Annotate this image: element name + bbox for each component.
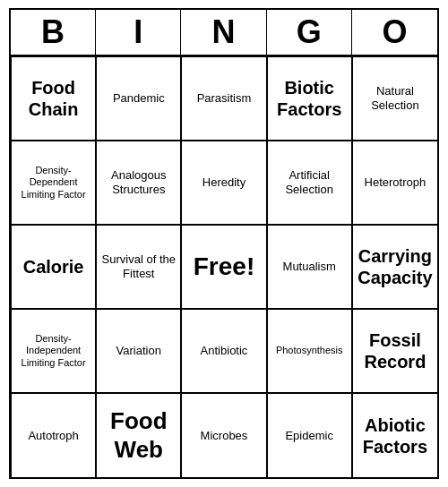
cell-label: Photosynthesis (276, 345, 343, 356)
bingo-cell: Natural Selection (352, 56, 437, 141)
cell-label: Abiotic Factors (357, 414, 434, 457)
bingo-cell: Density-Dependent Limiting Factor (11, 141, 96, 225)
bingo-cell: Antibiotic (181, 309, 266, 393)
cell-label: Density-Dependent Limiting Factor (15, 165, 91, 201)
bingo-cell: Photosynthesis (267, 309, 352, 393)
bingo-cell: Heredity (181, 141, 266, 225)
cell-label: Calorie (23, 256, 84, 278)
cell-label: Microbes (201, 429, 248, 443)
cell-label: Mutualism (283, 260, 336, 274)
bingo-cell: Survival of the Fittest (96, 225, 181, 309)
header-letter: N (181, 10, 266, 55)
cell-label: Heterotroph (365, 175, 426, 190)
header-letter: G (267, 10, 352, 55)
cell-label: Natural Selection (357, 84, 434, 112)
bingo-cell: Carrying Capacity (352, 225, 437, 309)
cell-label: Survival of the Fittest (100, 252, 177, 280)
cell-label: Fossil Record (357, 329, 434, 372)
bingo-grid: Food ChainPandemicParasitismBiotic Facto… (11, 56, 437, 477)
cell-label: Density-Independent Limiting Factor (15, 333, 91, 369)
cell-label: Antibiotic (201, 344, 248, 358)
cell-label: Parasitism (197, 91, 252, 106)
bingo-header: BINGO (11, 10, 437, 56)
header-letter: I (96, 10, 181, 55)
bingo-cell: Epidemic (267, 393, 352, 477)
cell-label: Pandemic (113, 91, 165, 106)
bingo-cell: Analogous Structures (96, 141, 181, 225)
bingo-cell: Density-Independent Limiting Factor (11, 309, 96, 393)
bingo-cell: Food Chain (11, 56, 96, 141)
header-letter: O (352, 10, 437, 55)
bingo-cell: Abiotic Factors (352, 393, 437, 477)
bingo-cell: Parasitism (181, 56, 266, 141)
bingo-cell: Fossil Record (352, 309, 437, 393)
cell-label: Variation (116, 344, 161, 358)
bingo-cell: Microbes (181, 393, 266, 477)
bingo-card: BINGO Food ChainPandemicParasitismBiotic… (9, 8, 439, 479)
cell-label: Biotic Factors (271, 77, 348, 120)
bingo-cell: Biotic Factors (267, 56, 352, 141)
bingo-cell: Heterotroph (352, 141, 437, 225)
bingo-cell: Autotroph (11, 393, 96, 477)
cell-label: Food Chain (15, 77, 91, 120)
bingo-cell: Mutualism (267, 225, 352, 309)
bingo-cell: Artificial Selection (267, 141, 352, 225)
cell-label: Free! (194, 252, 254, 282)
header-letter: B (11, 10, 96, 55)
cell-label: Carrying Capacity (357, 245, 434, 288)
bingo-cell: Pandemic (96, 56, 181, 141)
cell-label: Heredity (202, 175, 246, 190)
bingo-cell: Food Web (96, 393, 181, 477)
cell-label: Epidemic (285, 429, 332, 443)
cell-label: Food Web (100, 407, 177, 463)
bingo-cell: Calorie (11, 225, 96, 309)
bingo-cell: Variation (96, 309, 181, 393)
cell-label: Analogous Structures (100, 168, 177, 196)
bingo-cell: Free! (181, 225, 266, 309)
cell-label: Autotroph (28, 429, 78, 443)
cell-label: Artificial Selection (271, 168, 348, 196)
